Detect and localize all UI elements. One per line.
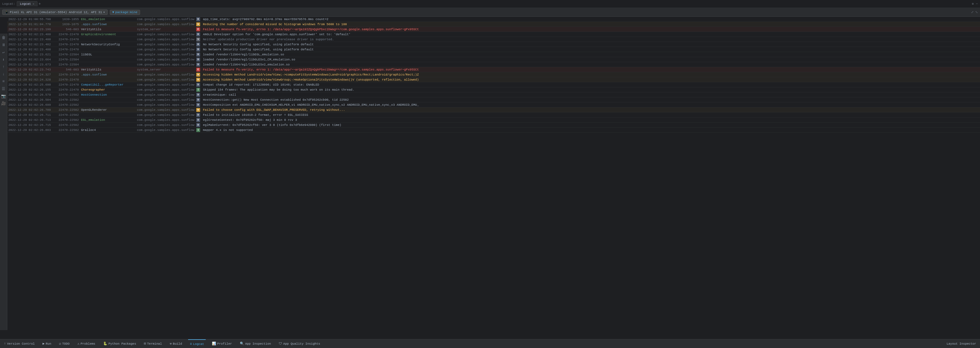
terminal-label: Terminal (147, 342, 162, 345)
table-row[interactable]: 2022-12-29 02:02:26.70922470-22582OpenGL… (7, 107, 980, 112)
app-quality-item[interactable]: 🛡 App Quality Insights (277, 339, 322, 348)
table-row[interactable]: 2022-12-29 02:02:26.15522470-22470Choreo… (7, 87, 980, 92)
table-row[interactable]: 2022-12-29 02:02:26.71322470-22582EGL_em… (7, 118, 980, 123)
python-packages-item[interactable]: 🐍 Python Packages (102, 339, 138, 348)
logcat-item[interactable]: ≡ Logcat (188, 339, 206, 348)
log-level-col: D (194, 32, 202, 37)
log-pid-tid: 22470-22582 (55, 123, 80, 127)
table-row[interactable]: 2022-12-29 02:02:23.743546-603VerityUtil… (7, 67, 980, 72)
run-item[interactable]: ▶ Run (41, 339, 53, 348)
log-message: Reducing the number of considered missed… (202, 22, 980, 27)
terminal-item[interactable]: ⊡ Terminal (142, 339, 164, 348)
table-row[interactable]: 2022-12-29 02:02:23.40222470-22470Networ… (7, 42, 980, 47)
python-packages-icon: 🐍 (103, 342, 107, 346)
table-row[interactable]: 2022-12-29 01:00:55.7901639-1855EGL_emul… (7, 17, 980, 22)
log-level-col: D (194, 47, 202, 52)
log-package: com.google.samples.apps.sunflower (136, 102, 194, 107)
table-row[interactable]: 2022-12-29 02:02:26.71122470-22582com.go… (7, 112, 980, 118)
dropdown-arrow: ▾ (103, 10, 105, 14)
log-tag: EGL_emulation (80, 118, 136, 122)
app-inspection-item[interactable]: 🔍 App Inspection (238, 339, 272, 348)
problems-icon: ⚠ (78, 342, 80, 346)
log-level-col: I (194, 128, 202, 132)
minimize-icon[interactable]: — (976, 2, 978, 6)
tab-close-icon[interactable]: ✕ (33, 2, 34, 6)
build-item[interactable]: ⚒ Build (168, 339, 184, 348)
log-message: No Network Security Config specified, us… (202, 42, 980, 47)
up-icon[interactable]: ↑ (0, 64, 7, 70)
version-control-item[interactable]: ↑ Version Control (2, 339, 37, 348)
expand-icon[interactable]: ⤢ (971, 10, 974, 14)
status-bar: ↑ Version Control ▶ Run ☑ TODO ⚠ Problem… (0, 339, 980, 348)
level-badge: D (196, 57, 200, 62)
table-row[interactable]: 2022-12-29 02:02:23.40022470-22470Graphi… (7, 32, 980, 37)
log-message: loaded /vendor/lib64/egl/libGLESv2_emula… (202, 62, 980, 67)
pause-icon[interactable]: ⏸ (0, 42, 7, 48)
log-package: com.google.samples.apps.sunflower (136, 62, 194, 67)
log-timestamp: 2022-12-29 02:02:26.709 (7, 107, 55, 112)
log-package: com.google.samples.apps.sunflower (136, 107, 194, 112)
settings-icon[interactable]: ⚙ (972, 2, 974, 6)
layout-inspector-item[interactable]: Layout Inspector (945, 339, 978, 348)
log-message: createUnique: call (202, 92, 980, 97)
log-message: Accessing hidden method Landroid/view/Vi… (202, 77, 980, 82)
logcat-tab[interactable]: Logcat ✕ (17, 1, 37, 6)
log-timestamp: 2022-12-29 02:02:23.743 (7, 67, 55, 72)
log-tag: VerityUtils (80, 27, 136, 32)
table-row[interactable]: 2022-12-29 02:02:26.58422470-22582com.go… (7, 97, 980, 102)
toolbar: 📱 Pixel XL API 31 (emulator-5554) Androi… (0, 8, 980, 17)
python-packages-label: Python Packages (108, 342, 136, 345)
device-selector[interactable]: 📱 Pixel XL API 31 (emulator-5554) Androi… (2, 10, 108, 15)
filter-settings-icon[interactable]: ≡ (0, 78, 7, 85)
log-tag (80, 102, 136, 107)
add-tab-icon[interactable]: + (38, 2, 41, 6)
level-badge: W (196, 108, 200, 112)
table-row[interactable]: 2022-12-29 02:02:23.199546-603VerityUtil… (7, 27, 980, 32)
table-row[interactable]: 2022-12-29 02:02:23.62122470-22584libEGL… (7, 52, 980, 57)
log-level-col: W (194, 72, 202, 77)
table-row[interactable]: 2022-12-29 02:02:23.40022470-22470com.go… (7, 37, 980, 42)
build-icon: ⚒ (170, 342, 172, 346)
table-row[interactable]: 2022-12-29 02:02:23.66422470-22584com.go… (7, 57, 980, 62)
log-message: Failed to initialize 101010-2 format, er… (202, 112, 980, 117)
table-row[interactable]: 2022-12-29 02:02:26.69922470-22582com.go… (7, 102, 980, 107)
filter-badge[interactable]: ▼ package:mine (110, 10, 140, 15)
table-row[interactable]: 2022-12-29 02:02:26.80322470-22582Grallo… (7, 128, 980, 132)
profiler-item[interactable]: 📊 Profiler (210, 339, 234, 348)
table-row[interactable]: 2022-12-29 02:02:24.32822470-22470com.go… (7, 77, 980, 82)
log-timestamp: 2022-12-29 02:02:24.327 (7, 72, 55, 77)
app-inspection-icon: 🔍 (240, 342, 244, 346)
menu-icon[interactable]: ☰ (0, 86, 7, 92)
todo-item[interactable]: ☑ TODO (57, 339, 71, 348)
scroll-down-icon[interactable]: ⬇ (0, 56, 7, 63)
log-pid-tid: 22470-22582 (55, 92, 80, 97)
log-package: system_server (136, 27, 194, 32)
table-row[interactable]: 2022-12-29 02:02:23.40022470-22470com.go… (7, 47, 980, 52)
table-row[interactable]: 2022-12-29 02:02:23.67322470-22584com.go… (7, 62, 980, 67)
table-row[interactable]: 2022-12-29 01:01:04.7701639-1675.apps.su… (7, 22, 980, 27)
problems-item[interactable]: ⚠ Problems (76, 339, 97, 348)
filter-icon: ▼ (112, 11, 115, 14)
table-row[interactable]: 2022-12-29 02:02:26.57922470-22582HostCo… (7, 92, 980, 97)
run-icon: ▶ (43, 342, 45, 346)
level-badge: E (196, 68, 200, 72)
restart-icon[interactable]: ↩ (0, 49, 7, 55)
log-tag: Compatibil...geReporter (80, 82, 136, 87)
clear-logcat-icon[interactable]: 🗑 (0, 35, 7, 41)
collapse-icon[interactable]: ⤡ (975, 10, 978, 14)
title-bar: Logcat: Logcat ✕ + ⚙ — (0, 0, 980, 8)
screenshot-icon[interactable]: 📷 (0, 93, 7, 99)
record-icon[interactable]: 🎥 (0, 100, 7, 106)
log-message: No Network Security Config specified, us… (202, 47, 980, 52)
table-row[interactable]: 2022-12-29 02:02:26.71522470-22582com.go… (7, 123, 980, 128)
log-tag: .apps.sunflowe (80, 72, 136, 77)
log-message: HostComposition ext ANDROID_EMU_CHECKSUM… (202, 102, 980, 107)
log-tag (80, 77, 136, 82)
table-row[interactable]: 2022-12-29 02:02:24.32722470-22470.apps.… (7, 72, 980, 77)
log-pid-tid: 22470-22582 (55, 102, 80, 107)
log-pid-tid: 546-603 (55, 67, 80, 72)
level-badge: D (196, 48, 200, 51)
log-level-col: W (194, 107, 202, 112)
down-icon[interactable]: ↓ (0, 71, 7, 77)
table-row[interactable]: 2022-12-29 02:02:25.69022470-22470Compat… (7, 82, 980, 87)
